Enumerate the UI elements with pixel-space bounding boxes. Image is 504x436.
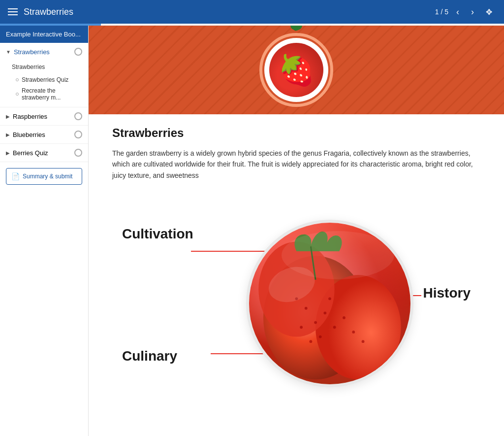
sidebar-section-header-blueberries[interactable]: ▶ Blueberries	[0, 126, 88, 143]
chevron-right-icon: ▶	[6, 132, 10, 137]
sub-dot-icon	[16, 78, 19, 81]
sidebar-item-strawberries-main[interactable]: Strawberries	[0, 61, 88, 72]
svg-point-3	[305, 307, 308, 310]
section-status-raspberries	[74, 112, 82, 120]
svg-point-10	[310, 340, 313, 343]
sidebar-section-header-raspberries[interactable]: ▶ Raspberries	[0, 107, 88, 125]
page-content: Strawberries The garden strawberry is a …	[89, 114, 504, 405]
svg-point-11	[319, 335, 322, 338]
sidebar-section-header-berries-quiz[interactable]: ▶ Berries Quiz	[0, 144, 88, 162]
header-right: 1 / 5 ‹ › ✥	[435, 5, 496, 19]
content-area: Strawberries The garden strawberry is a …	[89, 26, 504, 436]
leaf-icon	[286, 26, 306, 33]
svg-point-6	[333, 326, 336, 329]
svg-point-5	[323, 312, 326, 315]
sidebar: Example Interactive Boo... ▼ Strawberrie…	[0, 26, 89, 436]
banner-circle-inner	[264, 38, 328, 102]
label-cultivation: Cultivation	[122, 226, 193, 242]
page-indicator: 1 / 5	[435, 8, 448, 16]
sidebar-section-header-strawberries[interactable]: ▼ Strawberries	[0, 43, 88, 61]
svg-point-8	[352, 331, 355, 334]
section-status-blueberries	[74, 131, 82, 138]
summary-submit-button[interactable]: 📄 Summary & submit	[6, 168, 82, 185]
orange-banner	[89, 26, 504, 114]
sidebar-section-label-blueberries: Blueberries	[13, 131, 45, 138]
summary-button-label: Summary & submit	[23, 173, 72, 180]
menu-icon[interactable]	[8, 8, 18, 15]
label-history: History	[423, 285, 471, 301]
large-strawberry-circle	[246, 220, 413, 387]
prev-page-button[interactable]: ‹	[452, 5, 463, 19]
sidebar-sub-items-strawberries: Strawberries Quiz Recreate the strawberr…	[0, 72, 88, 107]
section-status-berries-quiz	[74, 149, 82, 157]
chevron-right-icon: ▶	[6, 114, 10, 119]
sidebar-sub-item-quiz[interactable]: Strawberries Quiz	[12, 74, 88, 85]
sidebar-section-label-strawberries: Strawberries	[14, 48, 50, 56]
label-culinary: Culinary	[122, 348, 177, 364]
sidebar-section-blueberries: ▶ Blueberries	[0, 126, 88, 144]
next-page-button[interactable]: ›	[467, 5, 478, 19]
chevron-right-icon: ▶	[6, 150, 10, 156]
svg-point-12	[362, 340, 365, 343]
page-description: The garden strawberry is a widely grown …	[112, 148, 480, 181]
banner-circle	[259, 33, 333, 107]
main-layout: Example Interactive Boo... ▼ Strawberrie…	[0, 26, 504, 436]
section-status-strawberries	[74, 48, 82, 56]
sidebar-section-strawberries: ▼ Strawberries Strawberries Strawberries…	[0, 43, 88, 107]
sidebar-sub-label-quiz: Strawberries Quiz	[22, 76, 68, 83]
svg-point-4	[314, 321, 317, 324]
diagram-area: Cultivation History Culinary	[112, 197, 480, 394]
doc-icon: 📄	[11, 172, 20, 180]
header-title: Strawberries	[24, 7, 73, 17]
svg-point-13	[328, 298, 331, 301]
page-title: Strawberries	[112, 126, 480, 140]
sub-dot-icon	[16, 93, 19, 96]
sidebar-section-label-berries-quiz: Berries Quiz	[13, 149, 48, 157]
chevron-down-icon: ▼	[6, 49, 11, 55]
strawberry-photo	[249, 223, 410, 384]
banner-strawberry-image	[269, 43, 323, 97]
fullscreen-button[interactable]: ✥	[482, 5, 496, 19]
sidebar-sub-item-recreate[interactable]: Recreate the strawberry m...	[12, 85, 88, 103]
sidebar-section-berries-quiz: ▶ Berries Quiz	[0, 144, 88, 162]
sidebar-book-label[interactable]: Example Interactive Boo...	[0, 26, 88, 43]
svg-point-7	[343, 316, 346, 319]
sidebar-sub-label-recreate: Recreate the strawberry m...	[22, 87, 84, 101]
header-left: Strawberries	[8, 7, 73, 17]
top-header: Strawberries 1 / 5 ‹ › ✥	[0, 0, 504, 24]
svg-point-9	[300, 326, 303, 329]
sidebar-section-raspberries: ▶ Raspberries	[0, 107, 88, 126]
sidebar-section-label-raspberries: Raspberries	[13, 113, 47, 120]
